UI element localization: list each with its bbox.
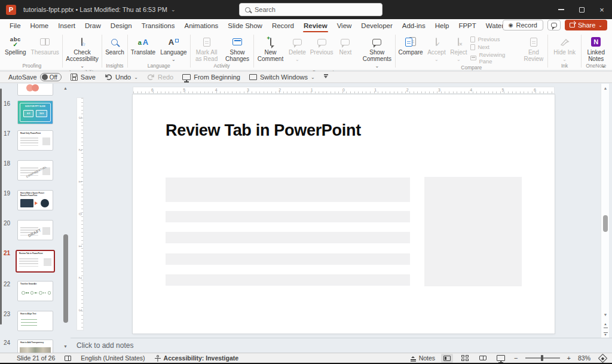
tab-animations[interactable]: Animations (179, 19, 223, 32)
notes-icon (411, 354, 416, 362)
mark-all-as-read-button: Mark All as Read (191, 33, 222, 62)
save-button[interactable]: Save (71, 74, 96, 81)
slide-16-thumbnail[interactable]: SIZE FOR PPT SLIDE 4:3 16:9 (17, 100, 53, 124)
collapse-ribbon-button[interactable]: ⌄ (601, 62, 606, 69)
text-placeholder[interactable] (166, 211, 410, 222)
slideshow-button[interactable] (495, 354, 507, 363)
scroll-up-icon[interactable]: ▲ (604, 86, 608, 90)
tab-fppt[interactable]: FPPT (454, 19, 481, 32)
share-button[interactable]: Share ⌄ (565, 20, 607, 30)
tab-file[interactable]: File (5, 19, 26, 32)
zoom-out-button[interactable]: − (513, 354, 519, 362)
text-placeholder[interactable] (166, 274, 410, 286)
language-status[interactable]: English (United States) (81, 354, 145, 362)
autosave-switch[interactable]: Off (40, 73, 62, 81)
spell-check-button[interactable] (65, 356, 71, 361)
tab-slide-show[interactable]: Slide Show (223, 19, 267, 32)
slide-19-thumbnail[interactable]: How to Make a Square Picture Round in Po… (17, 190, 53, 210)
image-placeholder[interactable] (424, 177, 522, 286)
panel-scrollbar[interactable]: ▲ ▼ (62, 84, 69, 353)
search-insights-icon (111, 39, 118, 45)
show-comments-button[interactable]: Show Comments ⌄ (360, 33, 394, 69)
zoom-level[interactable]: 83% (578, 354, 590, 362)
show-changes-button[interactable]: Show Changes (222, 33, 253, 62)
mark-all-as-read-icon (203, 38, 210, 47)
panel-scrollbar-thumb[interactable] (63, 234, 68, 323)
zoom-slider[interactable] (525, 357, 560, 359)
delete-comment-button: Delete⌄ (287, 33, 308, 63)
notes-pane[interactable]: Click to add notes (71, 338, 612, 353)
autosave-label: AutoSave (8, 74, 37, 81)
switch-windows-button[interactable]: Switch Windows ⌄ (249, 74, 315, 81)
minimize-button[interactable] (551, 0, 571, 19)
slide-18-thumbnail[interactable]: CONFIDENTIAL (17, 160, 53, 181)
previous-slide-button[interactable]: ▲ (602, 323, 608, 328)
group-label-insights: Insights (103, 63, 127, 70)
slide-canvas[interactable]: Review Tab in PowerPoint (133, 94, 555, 334)
slide-23-thumbnail[interactable]: How to Align Text (17, 311, 53, 331)
tab-developer[interactable]: Developer (356, 19, 397, 32)
tab-transitions[interactable]: Transitions (137, 19, 180, 32)
scroll-down-icon[interactable]: ▼ (63, 344, 68, 348)
slide-counter[interactable]: Slide 21 of 26 (17, 354, 55, 362)
normal-view-button[interactable] (441, 354, 453, 363)
record-button[interactable]: ◉ Record (503, 20, 543, 30)
check-accessibility-button[interactable]: ☆ Check Accessibility ⌄ (63, 33, 101, 69)
fit-slide-button[interactable] (596, 354, 608, 363)
switch-windows-icon (249, 74, 257, 80)
reading-view-button[interactable] (477, 354, 489, 363)
tab-record[interactable]: Record (267, 19, 299, 32)
tab-help[interactable]: Help (430, 19, 454, 32)
slide-24-thumbnail[interactable]: How to Add Transparency (17, 339, 53, 353)
chevron-down-icon: ⌄ (171, 7, 176, 13)
text-placeholder[interactable] (166, 232, 410, 243)
tab-review[interactable]: Review (299, 19, 332, 32)
slide-title[interactable]: Review Tab in PowerPoint (166, 121, 361, 140)
tab-add-ins[interactable]: Add-ins (397, 19, 430, 32)
slide-sorter-button[interactable] (459, 354, 471, 363)
smart-search-button[interactable]: Search (103, 33, 127, 56)
tab-view[interactable]: View (332, 19, 357, 32)
tab-home[interactable]: Home (26, 19, 54, 32)
slide-21-thumbnail-selected[interactable]: Review Tab in PowerPoint (16, 250, 55, 273)
slide-number: 16 (4, 100, 14, 107)
zoom-in-button[interactable]: + (566, 354, 572, 362)
tab-design[interactable]: Design (106, 19, 137, 32)
next-slide-button[interactable]: ▼ (602, 331, 608, 336)
reading-view-icon (479, 356, 486, 360)
close-button[interactable]: × (592, 0, 612, 19)
maximize-button[interactable] (571, 0, 592, 19)
new-comment-button[interactable]: + New Comment (255, 33, 287, 62)
search-input[interactable]: Search (239, 3, 382, 16)
autosave-toggle[interactable]: AutoSave Off (8, 73, 62, 81)
zoom-slider-thumb[interactable] (541, 355, 543, 361)
comment-bubble-icon (551, 23, 557, 27)
thesaurus-button: Thesaurus (29, 33, 62, 56)
linked-notes-button[interactable]: N Linked Notes (582, 33, 610, 62)
slide-20-thumbnail[interactable]: DRAFT (17, 220, 53, 240)
slide-17-thumbnail[interactable]: Read Only PowerPoint (17, 130, 53, 151)
main-scrollbar[interactable]: ▲ ▼ ▲ ▼ (601, 84, 609, 338)
translate-button[interactable]: aA Translate (128, 33, 158, 56)
accessibility-status[interactable]: Accessibility: Investigate (155, 354, 238, 362)
scroll-up-icon[interactable]: ▲ (63, 86, 68, 90)
slide-15-thumbnail[interactable] (17, 84, 53, 96)
comments-button[interactable] (547, 20, 561, 30)
language-button[interactable]: A Language⌄ (158, 33, 189, 63)
compare-button[interactable]: Compare (396, 33, 426, 56)
slide-22-thumbnail[interactable]: Timeline SmartArt (17, 281, 53, 301)
main-scrollbar-thumb[interactable] (603, 215, 608, 232)
text-placeholder[interactable] (166, 253, 410, 265)
ribbon-group-insights: Search Insights (103, 32, 127, 70)
undo-button[interactable]: Undo ⌄ (105, 74, 138, 81)
from-beginning-button[interactable]: From Beginning (182, 74, 240, 81)
qat-overflow-button[interactable] (324, 74, 328, 79)
notes-toggle[interactable]: Notes (411, 354, 435, 362)
previous-comment-button: Previous (308, 33, 335, 56)
scroll-down-icon[interactable]: ▼ (604, 313, 608, 317)
tab-draw[interactable]: Draw (80, 19, 106, 32)
text-placeholder[interactable] (166, 178, 410, 202)
spelling-button[interactable]: abc✓ Spelling (2, 33, 29, 56)
tab-insert[interactable]: Insert (53, 19, 80, 32)
document-title[interactable]: tutorials-fppt.pptx • Last Modified: Thu… (23, 6, 175, 13)
